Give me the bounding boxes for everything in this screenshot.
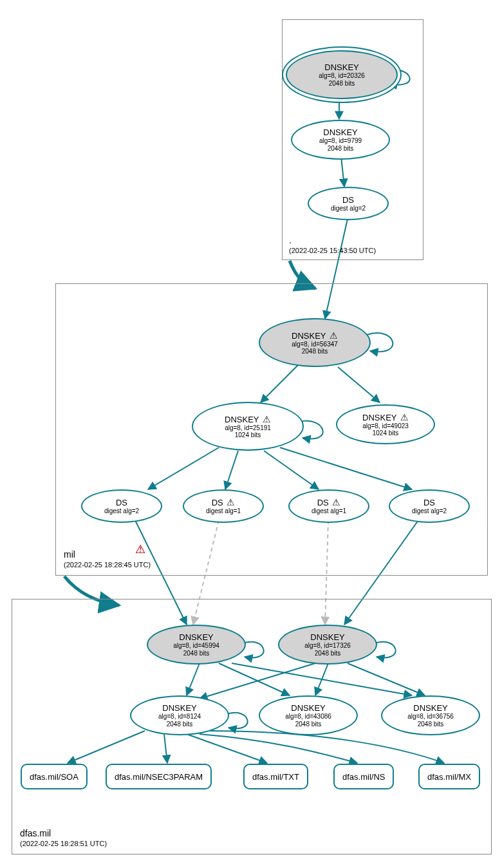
root-zsk: DNSKEY alg=8, id=9799 2048 bits bbox=[291, 120, 390, 160]
mil-zsk1-l2: 1024 bits bbox=[235, 431, 261, 439]
dfas-ksk1-l1: alg=8, id=45994 bbox=[173, 642, 219, 650]
mil-ds3-l1: digest alg=1 bbox=[311, 507, 346, 515]
dfas-zsk2-l1: alg=8, id=43086 bbox=[285, 713, 331, 721]
dfas-zsk3-l2: 2048 bits bbox=[418, 721, 444, 728]
mil-ds3-title: DS ⚠ bbox=[317, 497, 341, 507]
warning-icon: ⚠ bbox=[227, 497, 235, 507]
mil-zsk1: DNSKEY ⚠ alg=8, id=25191 1024 bits bbox=[192, 402, 304, 451]
zone-dfas-name: dfas.mil bbox=[20, 828, 51, 838]
mil-ds4-l1: digest alg=2 bbox=[412, 507, 447, 515]
dfas-zsk1-l2: 2048 bits bbox=[167, 721, 193, 728]
rr-ns: dfas.mil/NS bbox=[333, 764, 394, 789]
mil-zsk2-title: DNSKEY ⚠ bbox=[362, 412, 409, 422]
mil-ds2-title-text: DS bbox=[212, 498, 223, 507]
warning-icon: ⚠ bbox=[263, 414, 271, 424]
mil-ds1-l1: digest alg=2 bbox=[104, 507, 139, 515]
zone-dfas-ts: (2022-02-25 18:28:51 UTC) bbox=[20, 840, 107, 847]
dfas-zsk3-l1: alg=8, id=36756 bbox=[407, 713, 454, 721]
zone-root-name: . bbox=[289, 235, 292, 245]
rr-nsec: dfas.mil/NSEC3PARAM bbox=[106, 764, 212, 789]
zone-mil-name: mil bbox=[64, 549, 75, 560]
mil-ds2-title: DS ⚠ bbox=[212, 497, 236, 507]
mil-zsk2-l1: alg=8, id=49023 bbox=[362, 422, 409, 430]
root-zsk-l2: 2048 bits bbox=[328, 145, 354, 153]
mil-ksk-l1: alg=8, id=56347 bbox=[292, 341, 338, 348]
root-zsk-l1: alg=8, id=9799 bbox=[319, 137, 362, 145]
root-zsk-title: DNSKEY bbox=[323, 127, 357, 137]
dfas-ksk2-l2: 2048 bits bbox=[315, 650, 341, 657]
dfas-zsk2: DNSKEY alg=8, id=43086 2048 bits bbox=[259, 695, 358, 735]
dfas-zsk2-l2: 2048 bits bbox=[295, 721, 322, 728]
root-ds-l1: digest alg=2 bbox=[331, 205, 366, 212]
warning-icon: ⚠ bbox=[330, 330, 338, 341]
mil-ds3-title-text: DS bbox=[317, 498, 329, 507]
dfas-ksk1-l2: 2048 bits bbox=[183, 650, 210, 657]
dfas-ksk2-l1: alg=8, id=17326 bbox=[304, 642, 351, 650]
root-ds-title: DS bbox=[342, 195, 354, 205]
dfas-zsk1-l1: alg=8, id=8124 bbox=[158, 713, 201, 721]
root-ksk: DNSKEY alg=8, id=20326 2048 bits bbox=[286, 50, 398, 99]
root-ksk-l1: alg=8, id=20326 bbox=[319, 72, 365, 80]
warning-icon: ⚠ bbox=[400, 412, 409, 422]
mil-ds2: DS ⚠ digest alg=1 bbox=[183, 489, 264, 523]
dfas-ksk1-title: DNSKEY bbox=[179, 632, 213, 642]
zone-mil-ts: (2022-02-25 18:28:45 UTC) bbox=[64, 561, 151, 569]
mil-ds2-l1: digest alg=1 bbox=[206, 507, 241, 515]
mil-zsk2: DNSKEY ⚠ alg=8, id=49023 1024 bits bbox=[336, 404, 435, 444]
error-icon: ⚠ bbox=[135, 542, 145, 556]
mil-ds1: DS digest alg=2 bbox=[81, 489, 162, 523]
root-ksk-title: DNSKEY bbox=[324, 62, 358, 72]
rr-txt: dfas.mil/TXT bbox=[243, 764, 308, 789]
dfas-zsk1-title: DNSKEY bbox=[162, 703, 196, 713]
mil-ds1-title: DS bbox=[116, 498, 127, 507]
dfas-ksk1: DNSKEY alg=8, id=45994 2048 bits bbox=[147, 625, 246, 665]
dfas-zsk1: DNSKEY alg=8, id=8124 2048 bits bbox=[130, 695, 229, 735]
dfas-ksk2: DNSKEY alg=8, id=17326 2048 bits bbox=[278, 625, 377, 665]
mil-zsk1-title-text: DNSKEY bbox=[225, 415, 259, 424]
dfas-zsk2-title: DNSKEY bbox=[291, 703, 325, 713]
dfas-zsk3-title: DNSKEY bbox=[413, 703, 447, 713]
mil-ksk-title-text: DNSKEY bbox=[292, 331, 326, 341]
root-ds: DS digest alg=2 bbox=[308, 187, 389, 220]
root-ksk-l2: 2048 bits bbox=[329, 80, 355, 88]
warning-icon: ⚠ bbox=[332, 497, 340, 507]
mil-ds4-title: DS bbox=[423, 498, 435, 507]
zone-root-ts: (2022-02-25 15:43:50 UTC) bbox=[289, 247, 376, 254]
rr-soa: dfas.mil/SOA bbox=[21, 764, 88, 789]
zone-dfas-label: dfas.mil (2022-02-25 18:28:51 UTC) bbox=[20, 828, 107, 847]
mil-ksk: DNSKEY ⚠ alg=8, id=56347 2048 bits bbox=[259, 318, 371, 367]
mil-zsk1-title: DNSKEY ⚠ bbox=[225, 414, 271, 424]
dfas-ksk2-title: DNSKEY bbox=[310, 632, 344, 642]
mil-zsk1-l1: alg=8, id=25191 bbox=[225, 424, 271, 432]
mil-zsk2-title-text: DNSKEY bbox=[362, 413, 396, 422]
mil-ds4: DS digest alg=2 bbox=[389, 489, 470, 523]
mil-zsk2-l2: 1024 bits bbox=[373, 429, 399, 437]
zone-root-label: . (2022-02-25 15:43:50 UTC) bbox=[289, 235, 376, 254]
dfas-zsk3: DNSKEY alg=8, id=36756 2048 bits bbox=[381, 695, 480, 735]
mil-ds3: DS ⚠ digest alg=1 bbox=[288, 489, 369, 523]
rr-mx: dfas.mil/MX bbox=[418, 764, 480, 789]
mil-ksk-l2: 2048 bits bbox=[302, 348, 328, 355]
mil-ksk-title: DNSKEY ⚠ bbox=[292, 330, 338, 341]
